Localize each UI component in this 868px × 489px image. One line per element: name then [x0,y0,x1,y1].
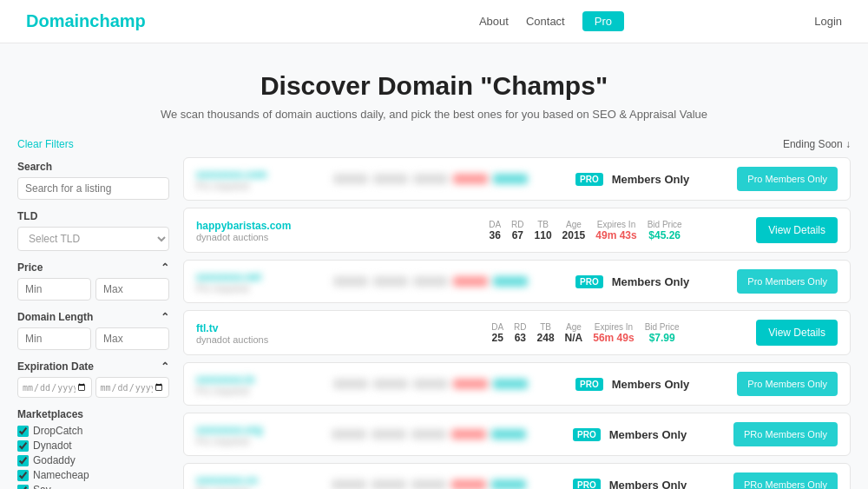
navbar: Domainchamp About Contact Pro Login [0,0,868,43]
da-stat: DA 25 [491,322,503,344]
view-details-button[interactable]: View Details [756,320,838,346]
members-only-text: Members Only [609,479,687,490]
listing-domain[interactable]: happybaristas.com [196,220,291,232]
rd-stat: RD 63 [514,322,526,344]
marketplace-checkbox[interactable] [17,440,29,452]
listing-auction-blurred: Pro required [196,181,326,191]
listing-domain-blurred: xxxxxxxx.co [196,474,258,486]
expiration-date-header[interactable]: Expiration Date ⌃ [17,360,169,373]
marketplace-checkbox[interactable] [17,470,29,481]
members-section: PRO Members Only [535,275,730,288]
hero-subtitle: We scan thousands of domain auctions dai… [17,108,851,121]
listing-auction: dynadot auctions [196,232,415,242]
tld-label: TLD [17,210,169,222]
blurred-stat-2 [373,379,408,389]
marketplace-checkbox[interactable] [17,426,29,437]
listing-domain-blurred: xxxxxxxx.com [196,169,266,181]
listing-card: happybaristas.com dynadot auctions DA 36… [183,208,851,253]
blurred-stat-4 [451,479,486,489]
dl-max-input[interactable] [95,327,169,350]
blurred-stat-1 [332,479,366,489]
listing-domain-blurred: xxxxxxxx.org [196,424,262,436]
listing-auction-blurred: Pro required [196,386,326,396]
marketplace-name: Sav [33,484,51,489]
blurred-stat-5 [491,479,526,489]
view-details-button[interactable]: View Details [756,217,838,243]
marketplace-name: Dynadot [33,439,72,452]
pro-members-button[interactable]: Pro Members Only [737,372,838,396]
marketplace-item: Namecheap [17,469,169,481]
sort-row: Ending Soon ↓ [183,138,851,150]
search-label: Search [17,161,169,173]
marketplace-checkbox[interactable] [17,485,29,490]
marketplace-item: Godaddy [17,454,169,466]
hero-title: Discover Domain "Champs" [17,71,851,101]
clear-filters-link[interactable]: Clear Filters [17,138,169,150]
logo-accent: champ [89,11,145,30]
blurred-stat-2 [373,276,408,287]
marketplace-name: Namecheap [33,469,89,481]
pro-members-button[interactable]: PRo Members Only [733,422,838,446]
blurred-stat-4 [453,174,488,184]
listing-card: ftl.tv dynadot auctions DA 25 RD 63 TB 2… [183,310,851,355]
expiration-end-input[interactable] [95,377,170,398]
blurred-stat-3 [413,379,448,389]
nav-about[interactable]: About [479,15,509,28]
blurred-stat-3 [413,276,448,287]
expiration-start-input[interactable] [17,377,92,398]
blurred-stat-3 [413,174,448,184]
blurred-stat-1 [333,276,368,287]
members-section: PRO Members Only [535,378,730,391]
members-section: PRO Members Only [535,173,730,186]
blurred-stat-1 [333,174,368,184]
listing-info: xxxxxxxx.com Pro required [196,168,326,191]
tb-stat: TB 248 [537,322,555,344]
nav-links: About Contact Pro [289,11,814,31]
listing-info: xxxxxxxx.org Pro required [196,423,325,446]
nav-contact[interactable]: Contact [526,15,565,28]
pro-members-button[interactable]: PRo Members Only [733,472,838,489]
tld-select[interactable]: Select TLD [17,227,169,251]
sidebar: Clear Filters Search TLD Select TLD Pric… [17,138,169,489]
marketplace-item: Sav [17,484,169,489]
listing-info: xxxxxxxx.net Pro required [196,270,326,294]
stat-group: DA 36 RD 67 TB 110 Age 2015 Expires In [422,220,750,241]
price-max-input[interactable] [95,278,169,301]
blurred-stat-4 [451,429,486,439]
domain-length-header[interactable]: Domain Length ⌃ [17,311,169,323]
listing-info: ftl.tv dynadot auctions [196,321,415,345]
listing-card: xxxxxxxx.org Pro required PRO Members On… [183,413,851,456]
price-min-input[interactable] [17,278,91,301]
members-section: PRO Members Only [533,479,727,490]
listing-auction-blurred: Pro required [196,486,325,490]
listing-info: xxxxxxxx.io Pro required [196,373,326,396]
listing-card: xxxxxxxx.io Pro required PRO Members Onl… [183,362,851,406]
dl-min-input[interactable] [17,327,91,350]
listing-card: xxxxxxxx.net Pro required PRO Members On… [183,260,851,303]
pro-members-button[interactable]: Pro Members Only [737,269,838,294]
blurred-stat-1 [333,379,368,389]
listing-domain[interactable]: ftl.tv [196,322,218,334]
sort-label[interactable]: Ending Soon ↓ [783,138,851,150]
pro-badge: PRO [575,275,603,288]
nav-pro-button[interactable]: Pro [582,11,624,31]
price-header[interactable]: Price ⌃ [17,261,169,274]
members-only-text: Members Only [609,428,687,441]
pro-badge: PRO [575,378,603,391]
listing-domain-blurred: xxxxxxxx.net [196,271,261,283]
blurred-stat-1 [332,429,366,439]
blurred-stat-5 [493,276,528,287]
search-input[interactable] [17,177,169,200]
listings-container: xxxxxxxx.com Pro required PRO Members On… [183,157,851,489]
pro-badge: PRO [573,479,601,490]
main-layout: Clear Filters Search TLD Select TLD Pric… [9,138,859,489]
marketplace-checkbox[interactable] [17,455,29,466]
pro-members-button[interactable]: Pro Members Only [737,167,838,191]
members-only-text: Members Only [612,378,690,391]
pro-badge: PRO [575,173,603,186]
logo-text: Domain [26,11,89,30]
listing-auction-blurred: Pro required [196,283,326,294]
nav-login[interactable]: Login [814,15,842,28]
blurred-stat-3 [411,479,446,489]
listing-auction: dynadot auctions [196,334,415,345]
